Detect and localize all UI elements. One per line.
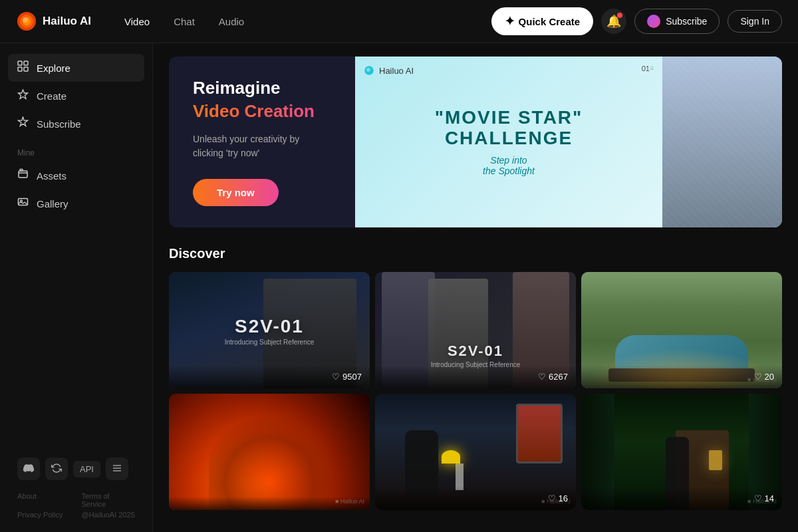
discord-button[interactable] — [17, 458, 40, 480]
plus-icon: ✦ — [505, 14, 515, 29]
hero-title: Reimagine — [193, 78, 331, 98]
signin-button[interactable]: Sign In — [728, 10, 782, 33]
hero-card-logo-text: Hailuo AI — [379, 66, 414, 76]
like-count-3: ♡ 20 — [754, 372, 774, 382]
subscribe-sidebar-icon — [17, 116, 29, 131]
mine-section-label: Mine — [8, 138, 144, 162]
subscribe-icon — [647, 15, 660, 28]
heart-icon-2: ♡ — [538, 372, 546, 382]
sidebar: Explore Create Subscribe Mine Assets — [0, 43, 153, 532]
discord-icon — [23, 463, 34, 475]
like-count-6: ♡ 14 — [754, 493, 774, 503]
logo-text: Hailuo AI — [43, 15, 91, 28]
gallery-icon — [17, 196, 29, 211]
sidebar-subscribe-label: Subscribe — [37, 118, 81, 130]
logo-area: Hailuo AI — [16, 11, 91, 32]
menu-button[interactable] — [106, 458, 128, 480]
heart-icon-3: ♡ — [754, 372, 762, 382]
sidebar-bottom-icons: API — [8, 452, 144, 485]
video-card-5[interactable]: ■ Hailuo AI ♡ 16 — [375, 394, 576, 510]
hero-card-logo: Hailuo AI — [363, 65, 414, 76]
subscribe-label: Subscribe — [666, 16, 707, 27]
svg-rect-10 — [19, 199, 28, 205]
privacy-link[interactable]: Privacy Policy — [17, 511, 71, 519]
nav-audio[interactable]: Audio — [207, 11, 256, 33]
hero-movie-title-line2: CHALLENGE — [435, 128, 583, 149]
video-overlay-5: ♡ 16 — [375, 487, 576, 510]
main-nav: Video Chat Audio — [112, 11, 256, 33]
svg-point-16 — [366, 68, 370, 72]
video-card-4[interactable]: ■ Hailuo AI — [169, 394, 370, 510]
svg-rect-6 — [18, 67, 22, 71]
nav-video[interactable]: Video — [112, 11, 162, 33]
sidebar-item-gallery[interactable]: Gallery — [8, 190, 144, 217]
sidebar-item-subscribe[interactable]: Subscribe — [8, 110, 144, 138]
discover-grid: S2V-01 Introducing Subject Reference ♡ 9… — [169, 272, 782, 510]
quick-create-label: Quick Create — [519, 16, 581, 27]
sidebar-gallery-label: Gallery — [37, 198, 68, 209]
hero-image-area: Hailuo AI "MOVIE STAR" CHALLENGE 01⍨ Ste… — [355, 57, 782, 227]
api-badge[interactable]: API — [73, 461, 100, 477]
video-overlay-6: ♡ 14 — [581, 487, 782, 510]
signin-label: Sign In — [740, 16, 769, 27]
video-card-2[interactable]: S2V-01 Introducing Subject Reference ♡ 6… — [375, 272, 576, 388]
svg-rect-7 — [24, 67, 28, 71]
video-overlay-4 — [169, 497, 370, 510]
about-link[interactable]: About — [17, 492, 71, 508]
hero-movie-title-line1: "MOVIE STAR" — [435, 108, 583, 128]
sidebar-item-assets[interactable]: Assets — [8, 162, 144, 190]
hero-image-content: Hailuo AI "MOVIE STAR" CHALLENGE 01⍨ Ste… — [355, 57, 782, 227]
nav-chat[interactable]: Chat — [162, 11, 207, 33]
header: Hailuo AI Video Chat Audio ✦ Quick Creat… — [0, 0, 798, 43]
video-card-6[interactable]: ■ Hailuo AI ♡ 14 — [581, 394, 782, 510]
main-content: Reimagine Video Creation Unleash your cr… — [153, 43, 798, 532]
hero-text: Reimagine Video Creation Unleash your cr… — [169, 57, 355, 227]
svg-rect-5 — [24, 61, 28, 65]
main-layout: Explore Create Subscribe Mine Assets — [0, 43, 798, 532]
discover-section-title: Discover — [169, 246, 782, 261]
sidebar-item-create[interactable]: Create — [8, 82, 144, 110]
like-number-6: 14 — [765, 493, 774, 503]
assets-icon — [17, 168, 29, 183]
hero-card-subtitle-2: the Spotlight — [483, 166, 535, 176]
terms-link[interactable]: Terms of Service — [82, 492, 136, 508]
loop-button[interactable] — [45, 458, 68, 480]
sidebar-item-explore[interactable]: Explore — [8, 54, 144, 82]
sidebar-footer: About Terms of Service Privacy Policy @H… — [8, 485, 144, 521]
hero-subtitle: Video Creation — [193, 101, 331, 122]
notification-dot — [617, 13, 622, 18]
hero-right-overlay — [662, 57, 782, 227]
svg-point-3 — [23, 17, 28, 23]
hero-card-subtitle: Step into the Spotlight — [483, 155, 535, 176]
svg-rect-4 — [18, 61, 22, 65]
like-number-3: 20 — [765, 372, 774, 382]
hero-card-number: 01⍨ — [642, 65, 654, 72]
svg-rect-9 — [20, 170, 23, 172]
video-thumb-4: ■ Hailuo AI — [169, 394, 370, 510]
video-card-3[interactable]: ■ Hailuo AI ♡ 20 — [581, 272, 782, 388]
video-overlay-2: ♡ 6267 — [375, 365, 576, 388]
hailuo-logo-icon — [16, 11, 37, 32]
like-count-5: ♡ 16 — [548, 493, 568, 503]
video-card-1[interactable]: S2V-01 Introducing Subject Reference ♡ 9… — [169, 272, 370, 388]
s2v-label-1: S2V-01 Introducing Subject Reference — [225, 315, 315, 345]
hamburger-icon — [112, 463, 122, 475]
like-count-1: ♡ 9507 — [332, 372, 362, 382]
try-now-button[interactable]: Try now — [193, 179, 279, 206]
video-overlay-3: ♡ 20 — [581, 365, 782, 388]
sidebar-bottom: API About Terms of Service Privacy Polic… — [8, 444, 144, 521]
hero-right-image — [662, 57, 782, 227]
hero-movie-card: Hailuo AI "MOVIE STAR" CHALLENGE 01⍨ Ste… — [355, 57, 662, 227]
like-number-2: 6267 — [549, 372, 568, 382]
sidebar-create-label: Create — [37, 90, 66, 102]
copyright-text: @HailuoAI 2025 — [82, 511, 136, 519]
subscribe-button[interactable]: Subscribe — [634, 9, 720, 34]
notification-button[interactable]: 🔔 — [601, 9, 626, 34]
video-overlay-1: ♡ 9507 — [169, 365, 370, 388]
loop-icon — [51, 463, 62, 475]
hero-card-subtitle-1: Step into — [483, 155, 535, 166]
quick-create-button[interactable]: ✦ Quick Create — [491, 7, 594, 35]
like-number-1: 9507 — [342, 372, 362, 382]
heart-icon-5: ♡ — [548, 493, 556, 503]
hero-description: Unleash your creativity by clicking 'try… — [193, 132, 331, 160]
